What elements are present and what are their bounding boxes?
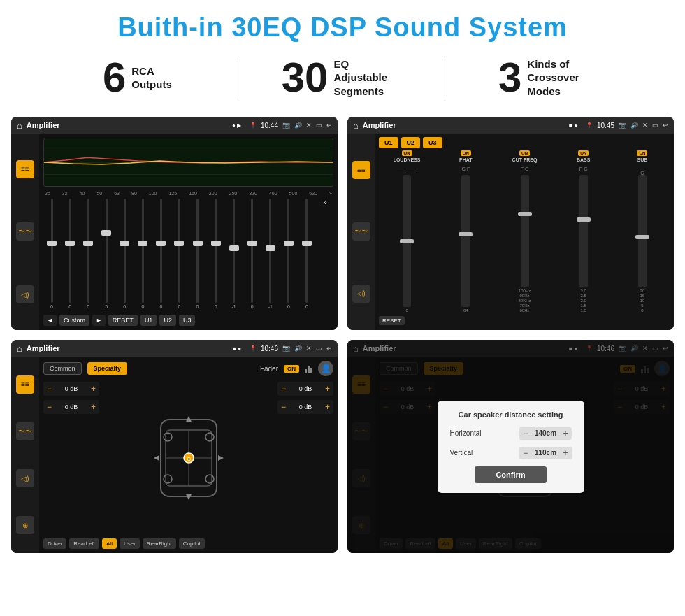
eq-slider-11[interactable]: 0: [244, 199, 261, 309]
amp-u1-btn[interactable]: U1: [379, 137, 398, 148]
eq-icon-vol[interactable]: ◁): [16, 285, 34, 303]
eq-slider-4[interactable]: 0: [116, 199, 133, 309]
eq-slider-14[interactable]: 0: [298, 199, 315, 309]
fader-on-badge: ON: [284, 365, 299, 373]
eq-slider-8[interactable]: 0: [189, 199, 206, 309]
fader-content: ≡≡ 〜〜 ◁) ⊕ Common Specialty Fader ON: [11, 357, 338, 553]
eq-icon-wave[interactable]: 〜〜: [16, 222, 34, 241]
eq-slider-3[interactable]: 5: [98, 199, 115, 309]
eq-reset-btn[interactable]: RESET: [108, 315, 138, 326]
fader-rr-plus[interactable]: +: [325, 402, 330, 412]
screen1-title: Amplifier: [27, 121, 228, 129]
fader-rl-plus[interactable]: +: [91, 402, 96, 412]
fader-fr-plus[interactable]: +: [325, 384, 330, 394]
fader-rl-minus[interactable]: −: [47, 402, 52, 412]
cam-icon-3: 📷: [282, 345, 290, 352]
zone-rearright[interactable]: RearRight: [143, 538, 176, 549]
zone-rearleft[interactable]: RearLeft: [69, 538, 99, 549]
eq-u3-btn[interactable]: U3: [179, 315, 196, 326]
fader-wave-icon[interactable]: 〜〜: [16, 422, 34, 440]
stat-crossover-label: Kinds ofCrossover Modes: [527, 57, 597, 99]
status-bar-3: ⌂ Amplifier ■ ● 📍 10:46 📷 🔊 ✕ ▭ ↩: [11, 340, 338, 357]
home-icon-1[interactable]: ⌂: [17, 120, 22, 131]
fader-rr-row: − 0 dB +: [277, 400, 333, 414]
dialog-vertical-plus[interactable]: +: [563, 448, 568, 458]
eq-more[interactable]: »: [317, 199, 333, 309]
status-bar-2: ⌂ Amplifier ■ ● 📍 10:45 📷 🔊 ✕ ▭ ↩: [347, 117, 674, 134]
bass-label: BASS: [577, 157, 590, 162]
confirm-button[interactable]: Confirm: [475, 466, 546, 483]
eq-slider-13[interactable]: 0: [280, 199, 297, 309]
rect-icon-3: ▭: [316, 345, 322, 352]
home-icon-2[interactable]: ⌂: [353, 120, 359, 131]
eq-slider-2[interactable]: 0: [80, 199, 96, 309]
fader-rr-minus[interactable]: −: [281, 402, 286, 412]
fader-fr-minus[interactable]: −: [281, 384, 286, 394]
amp-eq-icon[interactable]: ≡≡: [352, 161, 370, 179]
eq-slider-6[interactable]: 0: [152, 199, 169, 309]
cutfreq-on-badge: ON: [519, 150, 530, 156]
home-icon-3[interactable]: ⌂: [17, 343, 22, 354]
dialog-vertical-control: − 110cm +: [519, 447, 571, 459]
bass-slider[interactable]: [579, 175, 588, 287]
profile-icon[interactable]: 👤: [318, 361, 333, 376]
eq-u2-btn[interactable]: U2: [159, 315, 176, 326]
zone-copilot[interactable]: Copilot: [179, 538, 205, 549]
fader-vol-icon[interactable]: ◁): [16, 469, 34, 487]
sub-slider[interactable]: [638, 175, 647, 287]
screen3-time: 10:46: [261, 345, 278, 352]
eq-u1-btn[interactable]: U1: [140, 315, 157, 326]
fader-fl-plus[interactable]: +: [91, 384, 96, 394]
stat-divider-2: [445, 57, 445, 99]
back-icon-3[interactable]: ↩: [326, 345, 332, 352]
dialog-horizontal-plus[interactable]: +: [563, 429, 568, 438]
eq-slider-0[interactable]: 0: [43, 199, 60, 309]
eq-custom-btn[interactable]: Custom: [59, 315, 89, 326]
amp-wave-icon[interactable]: 〜〜: [352, 222, 370, 241]
zone-user[interactable]: User: [120, 538, 140, 549]
fader-expand-icon[interactable]: ⊕: [16, 516, 34, 534]
dialog-vertical-label: Vertical: [450, 449, 492, 457]
svg-point-12: [206, 475, 214, 483]
eq-slider-12[interactable]: -1: [262, 199, 279, 309]
eq-prev-btn[interactable]: ◄: [43, 315, 57, 326]
eq-icon-active[interactable]: ≡≡: [16, 160, 34, 178]
back-icon-2[interactable]: ↩: [663, 122, 668, 129]
eq-slider-5[interactable]: 0: [134, 199, 151, 309]
fader-main: Common Specialty Fader ON 👤: [39, 357, 338, 553]
rect-icon-2: ▭: [652, 122, 658, 129]
amp-vol-icon[interactable]: ◁): [352, 285, 370, 303]
screen2-time: 10:45: [597, 122, 614, 129]
stat-rca: 6 RCAOutputs: [42, 57, 233, 99]
amp-u3-btn[interactable]: U3: [423, 137, 442, 148]
amp-u2-btn[interactable]: U2: [401, 137, 421, 148]
dialog-vertical-minus[interactable]: −: [523, 448, 528, 458]
bass-on-badge: ON: [578, 150, 589, 156]
zone-driver[interactable]: Driver: [43, 538, 66, 549]
back-icon-1[interactable]: ↩: [326, 122, 332, 129]
fader-right: − 0 dB + − 0 dB +: [277, 382, 333, 534]
vol-icon-1: 🔊: [294, 122, 302, 129]
x-icon-3: ✕: [306, 345, 312, 352]
cutfreq-slider[interactable]: [521, 175, 529, 287]
amp-user-row: U1 U2 U3: [379, 137, 670, 148]
amp-reset-row: RESET: [379, 315, 670, 327]
fader-sidebar: ≡≡ 〜〜 ◁) ⊕: [11, 357, 39, 553]
loudness-slider[interactable]: [403, 175, 411, 307]
fader-fl-minus[interactable]: −: [47, 384, 52, 394]
phat-slider[interactable]: [461, 175, 470, 307]
loudness-val: 0: [405, 308, 408, 313]
eq-slider-7[interactable]: 0: [171, 199, 187, 309]
eq-slider-10[interactable]: -1: [226, 199, 243, 309]
eq-next-btn[interactable]: ►: [92, 315, 106, 326]
amp-reset-btn[interactable]: RESET: [379, 316, 405, 325]
fader-eq-icon[interactable]: ≡≡: [16, 375, 34, 394]
dialog-horizontal-minus[interactable]: −: [523, 429, 528, 438]
dialog-overlay: Car speaker distance setting Horizontal …: [347, 340, 674, 553]
fader-fl-row: − 0 dB +: [43, 382, 99, 396]
zone-all[interactable]: All: [102, 538, 117, 549]
fader-tab-common[interactable]: Common: [43, 362, 82, 375]
eq-slider-1[interactable]: 0: [62, 199, 78, 309]
fader-tab-specialty[interactable]: Specialty: [87, 362, 128, 375]
eq-slider-9[interactable]: 0: [208, 199, 224, 309]
